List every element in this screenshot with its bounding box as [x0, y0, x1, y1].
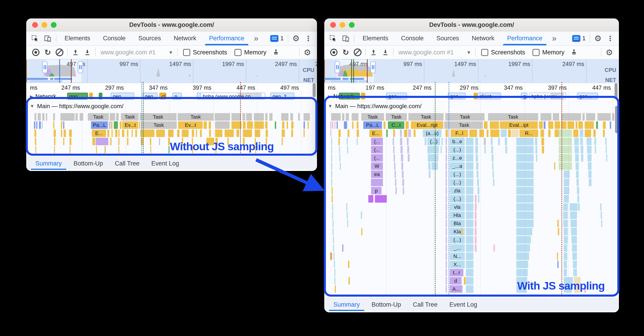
flame-segment[interactable]: [269, 113, 272, 121]
flame-segment[interactable]: [291, 130, 293, 137]
flame-segment[interactable]: [290, 113, 293, 121]
flame-segment[interactable]: [150, 138, 151, 145]
flame-segment[interactable]: [446, 195, 447, 203]
network-request-chip[interactable]: n...: [172, 93, 182, 100]
flame-segment[interactable]: [442, 138, 443, 145]
flame-segment[interactable]: [196, 130, 197, 137]
flame-segment[interactable]: [600, 203, 602, 211]
flame-segment[interactable]: (...): [450, 170, 465, 178]
flame-segment[interactable]: [331, 146, 332, 154]
record-button[interactable]: [30, 47, 42, 57]
flame-segment[interactable]: [70, 138, 72, 145]
scrollbar-thumb[interactable]: [615, 106, 618, 133]
collapse-triangle-icon[interactable]: ▶: [328, 94, 331, 99]
flame-segment[interactable]: [232, 113, 241, 121]
flame-segment[interactable]: [446, 154, 447, 162]
flame-segment[interactable]: [394, 162, 396, 170]
flame-segment[interactable]: [361, 228, 362, 235]
flame-segment[interactable]: Task: [140, 113, 176, 121]
flame-segment[interactable]: R...: [520, 130, 538, 137]
flame-segment[interactable]: [339, 154, 340, 162]
flame-segment[interactable]: [332, 203, 333, 211]
flame-segment[interactable]: [243, 130, 252, 137]
scrollbar-thumb[interactable]: [614, 83, 618, 99]
flame-segment[interactable]: [357, 121, 358, 129]
flame-segment[interactable]: [554, 162, 555, 170]
flame-segment[interactable]: [476, 162, 478, 170]
flame-segment[interactable]: [384, 121, 386, 129]
minimize-button[interactable]: [42, 22, 47, 28]
flame-segment[interactable]: [304, 121, 305, 129]
tab-sources[interactable]: Sources: [430, 31, 466, 45]
flame-segment[interactable]: [570, 220, 577, 227]
flame-segment[interactable]: d: [450, 277, 462, 285]
flame-segment[interactable]: [446, 146, 447, 154]
flame-segment[interactable]: [135, 130, 137, 137]
flame-segment[interactable]: [440, 146, 442, 154]
flame-segment[interactable]: [466, 179, 474, 186]
flame-segment[interactable]: [466, 277, 474, 285]
flame-segment[interactable]: [490, 121, 499, 129]
flame-segment[interactable]: [575, 146, 579, 154]
flame-segment[interactable]: [564, 228, 568, 235]
flame-segment[interactable]: [347, 138, 348, 145]
flame-segment[interactable]: [511, 130, 518, 137]
flame-segment[interactable]: [394, 154, 395, 162]
flame-segment[interactable]: [516, 244, 530, 252]
flame-segment[interactable]: [577, 187, 579, 194]
flame-segment[interactable]: [334, 261, 335, 268]
flame-segment[interactable]: [393, 138, 394, 145]
flame-segment[interactable]: [536, 146, 537, 154]
flame-segment[interactable]: [446, 130, 448, 137]
flame-segment[interactable]: [492, 162, 494, 170]
network-request-chip[interactable]: [89, 93, 93, 100]
flame-segment[interactable]: [516, 261, 528, 268]
flame-segment[interactable]: [563, 220, 568, 227]
flame-segment[interactable]: [589, 179, 592, 186]
flame-segment[interactable]: [580, 138, 583, 145]
flame-segment[interactable]: [553, 113, 559, 121]
flame-segment[interactable]: [466, 269, 474, 276]
flame-segment[interactable]: [461, 228, 462, 235]
flame-segment[interactable]: [516, 228, 532, 235]
flame-segment[interactable]: [491, 138, 492, 145]
flame-segment[interactable]: [332, 211, 333, 219]
flame-segment[interactable]: [605, 138, 606, 145]
flame-segment[interactable]: (...: [371, 154, 383, 162]
flame-segment[interactable]: [361, 211, 362, 219]
flame-segment[interactable]: [561, 121, 566, 129]
flame-segment[interactable]: [446, 138, 447, 145]
flame-segment[interactable]: [266, 130, 268, 137]
flame-segment[interactable]: [476, 170, 478, 178]
flame-segment[interactable]: [535, 138, 537, 145]
network-request-chip[interactable]: g...: [521, 93, 527, 100]
flame-segment[interactable]: [606, 146, 607, 154]
network-request-chip[interactable]: gen_: [142, 93, 158, 100]
flame-segment[interactable]: [587, 146, 592, 154]
flame-segment[interactable]: [593, 130, 596, 137]
flame-segment[interactable]: E...: [370, 130, 382, 137]
flame-segment[interactable]: [127, 130, 128, 137]
flame-segment[interactable]: [588, 170, 592, 178]
flame-segment[interactable]: [505, 138, 507, 145]
flame-segment[interactable]: [396, 187, 397, 194]
flame-segment[interactable]: [516, 195, 534, 203]
flame-segment[interactable]: [287, 121, 288, 129]
network-request-chip[interactable]: client: [477, 93, 501, 100]
flame-segment[interactable]: [403, 187, 404, 194]
flame-segment[interactable]: [115, 130, 118, 137]
flame-segment[interactable]: [254, 121, 264, 129]
flame-segment[interactable]: [475, 236, 476, 244]
flame-segment[interactable]: [346, 113, 349, 121]
flame-segment[interactable]: [304, 130, 305, 137]
flame-segment[interactable]: [475, 203, 476, 211]
flame-segment[interactable]: zla: [450, 187, 465, 194]
gc-brush-icon[interactable]: [270, 47, 282, 57]
history-select[interactable]: www.google.com #1 ▾: [98, 49, 175, 56]
flame-segment[interactable]: [446, 236, 447, 244]
flame-segment[interactable]: Task: [88, 113, 109, 121]
flame-segment[interactable]: [559, 130, 572, 137]
flame-segment[interactable]: [401, 162, 403, 170]
flame-segment[interactable]: [568, 121, 574, 129]
flame-segment[interactable]: W: [371, 162, 383, 170]
